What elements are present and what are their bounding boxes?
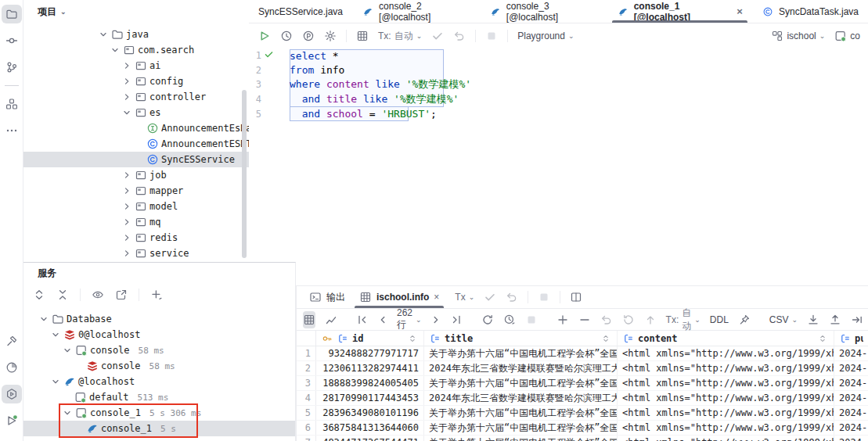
close-icon[interactable]: ×: [737, 6, 743, 16]
chevron-right-icon[interactable]: [121, 60, 132, 71]
stripe-profiler-button[interactable]: [2, 358, 22, 377]
grid-cell[interactable]: <html xmlns="http://www.w3.org/1999/xhtm…: [618, 346, 834, 360]
refresh-icon[interactable]: [481, 314, 494, 326]
sort-icon[interactable]: [816, 332, 829, 345]
revert-icon[interactable]: [600, 314, 613, 326]
split-view-icon[interactable]: [570, 291, 582, 303]
grid-cell[interactable]: <html xmlns="http://www.w3.org/1999/xhtm…: [618, 436, 834, 441]
editor-tab-console-2-localhost-[interactable]: console_2 [@localhost]: [352, 0, 480, 23]
editor-tab-syncesservice-java[interactable]: SyncESService.java: [249, 0, 352, 23]
stripe-terminal-button[interactable]: [2, 438, 22, 441]
project-tree-item-config[interactable]: config: [23, 74, 249, 89]
grid-column-header-id[interactable]: id: [316, 331, 424, 346]
grid-cell[interactable]: <html xmlns="http://www.w3.org/1999/xhtm…: [618, 376, 834, 390]
transaction-mode[interactable]: Tx: 自动 ⌄: [666, 307, 701, 333]
grid-cell[interactable]: <html xmlns="http://www.w3.org/1999/xhtm…: [618, 361, 834, 375]
project-tree-item-model[interactable]: model: [23, 199, 249, 214]
tab-output[interactable]: 输出: [303, 286, 351, 308]
commit-check-icon[interactable]: [484, 291, 496, 303]
project-tree-item-job[interactable]: job: [23, 167, 249, 183]
stripe-run-button[interactable]: [2, 411, 22, 430]
chevron-right-icon[interactable]: [121, 76, 132, 87]
grid-cell[interactable]: 2024-: [834, 421, 868, 435]
chevron-down-icon[interactable]: [61, 345, 73, 356]
delete-row-icon[interactable]: [578, 314, 591, 326]
profile-selector[interactable]: Playground ⌄: [517, 30, 574, 41]
grid-row-number[interactable]: 4: [297, 391, 316, 405]
project-tree-item-service[interactable]: service: [23, 246, 249, 261]
grid-cell[interactable]: <html xmlns="http://www.w3.org/1999/xhtm…: [618, 421, 834, 435]
chevron-down-icon[interactable]: [97, 29, 109, 40]
code-line[interactable]: 3where content like '%数学建模%': [249, 77, 868, 92]
grid-row-number[interactable]: 7: [297, 436, 316, 441]
table-view-icon[interactable]: [356, 30, 369, 42]
grid-cell[interactable]: 48344717367544471: [316, 436, 424, 441]
service-tree-item-console-1[interactable]: console_15 s: [23, 421, 295, 436]
download-icon[interactable]: [807, 314, 819, 326]
auto-refresh-clock-icon[interactable]: [503, 314, 516, 326]
service-tree-item-console[interactable]: console58 ms: [23, 358, 295, 374]
editor-tab-console-3-localhost-[interactable]: console_3 [@localhost]: [480, 0, 607, 23]
grid-cell[interactable]: 36875841313644060: [316, 421, 424, 435]
code-line[interactable]: 1select *: [249, 48, 868, 63]
grid-cell[interactable]: 9324888277971717: [316, 346, 424, 360]
grid-row-number[interactable]: 5: [297, 406, 316, 420]
stop-icon[interactable]: [525, 314, 538, 326]
chart-view-toggle[interactable]: [325, 311, 337, 328]
stripe-commit-button[interactable]: [2, 31, 22, 50]
code-line[interactable]: 5 and school = 'HRBUST';: [249, 106, 868, 121]
grid-cell[interactable]: 2024年东北三省数学建模联赛暨哈尔滨理工大学数: [424, 361, 618, 375]
commit-check-icon[interactable]: [431, 30, 444, 42]
grid-cell[interactable]: 关于举办第十六届“中国电机工程学会杯”全国大学: [424, 436, 618, 441]
session-selector[interactable]: co: [834, 30, 860, 42]
goto-row-icon[interactable]: [851, 314, 863, 326]
project-tree-item-announcementesdto[interactable]: AnnouncementESDTO: [23, 136, 249, 152]
chevron-right-icon[interactable]: [121, 217, 132, 228]
service-tree-item-default[interactable]: default513 ms: [23, 389, 295, 405]
chevron-right-icon[interactable]: [121, 170, 132, 181]
collapse-all-icon[interactable]: [56, 289, 69, 301]
service-tree-item-console-1[interactable]: console_15 s 306 ms: [23, 405, 295, 421]
grid-column-header-pu[interactable]: pu: [834, 331, 868, 346]
grid-cell[interactable]: 2024-: [834, 361, 868, 375]
service-tree-item-console[interactable]: console58 ms: [23, 342, 295, 358]
chevron-right-icon[interactable]: [121, 248, 132, 259]
schema-selector[interactable]: ischool ⌄: [771, 30, 825, 42]
grid-cell[interactable]: <html xmlns="http://www.w3.org/1999/xhtm…: [618, 391, 834, 405]
grid-row-number[interactable]: 2: [297, 361, 316, 375]
parameters-icon[interactable]: [302, 30, 315, 42]
grid-column-header-title[interactable]: title: [424, 331, 618, 346]
sort-icon[interactable]: [600, 332, 612, 345]
sql-code-editor[interactable]: 1select *2from info3where content like '…: [249, 48, 868, 285]
history-icon[interactable]: [280, 30, 293, 42]
project-tree-item-redis[interactable]: redis: [23, 230, 249, 246]
service-tree-item-0-localhost[interactable]: 0@localhost: [23, 327, 295, 342]
upload-icon[interactable]: [829, 314, 841, 326]
add-service-icon[interactable]: [150, 289, 163, 301]
stripe-more-tools-button[interactable]: [2, 121, 22, 140]
add-row-icon[interactable]: [556, 314, 569, 326]
project-tree-item-syncesservice[interactable]: SyncESService: [23, 152, 249, 167]
code-line[interactable]: 4 and title like '%数学建模%': [249, 92, 868, 107]
chevron-down-icon[interactable]: [121, 107, 132, 118]
grid-cell[interactable]: 28170990117443453: [316, 391, 424, 405]
stripe-structure-button[interactable]: [2, 95, 22, 113]
project-header[interactable]: 项目 ⌄: [23, 0, 249, 23]
chevron-down-icon[interactable]: [49, 376, 61, 387]
chevron-down-icon[interactable]: [38, 314, 49, 324]
tab-grid-ischool-info[interactable]: ischool.info ×: [353, 286, 445, 308]
grid-cell[interactable]: 2024-: [834, 436, 868, 441]
transaction-mode[interactable]: Tx: 自动 ⌄: [378, 30, 422, 43]
project-tree-item-controller[interactable]: controller: [23, 89, 249, 105]
grid-column-header-content[interactable]: content: [618, 331, 834, 346]
ddl-button[interactable]: DDL: [710, 314, 729, 325]
tx-quick-menu[interactable]: Tx⌄: [455, 292, 474, 303]
stop-icon[interactable]: [538, 291, 550, 303]
first-page-icon[interactable]: [356, 314, 369, 326]
submit-icon[interactable]: [644, 314, 657, 326]
close-icon[interactable]: ×: [434, 292, 439, 303]
project-tree-item-es[interactable]: es: [23, 105, 249, 120]
project-tree-item-com-search[interactable]: com.search: [23, 42, 249, 58]
services-header[interactable]: 服务: [23, 263, 295, 283]
chevron-right-icon[interactable]: [121, 91, 132, 102]
